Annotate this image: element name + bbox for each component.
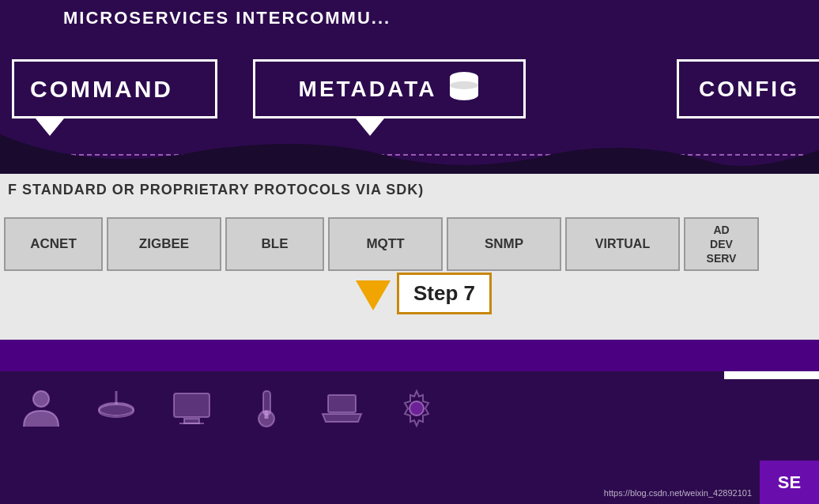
protocol-label: F STANDARD OR PROPRIETARY PROTOCOLS VIA …	[8, 182, 424, 198]
wave-shape	[0, 134, 819, 174]
icon-food	[91, 383, 142, 434]
desktop-icon	[170, 387, 213, 431]
config-container: CONFIG	[677, 59, 819, 118]
command-container: COMMAND	[12, 59, 217, 136]
svg-point-2	[450, 89, 478, 100]
database-icon	[448, 71, 480, 107]
svg-rect-8	[174, 393, 209, 417]
step7-box: Step 7	[397, 273, 492, 314]
icon-laptop	[316, 383, 368, 434]
protocol-add-dev: AD DEV SERV	[684, 217, 759, 271]
protocol-ble: BLE	[225, 217, 324, 271]
icon-desktop	[166, 383, 217, 434]
config-label: CONFIG	[699, 77, 799, 102]
icon-thermometer	[241, 383, 292, 434]
metadata-label: METADATA	[299, 77, 437, 102]
step7-arrow-container	[356, 276, 391, 310]
svg-point-6	[99, 403, 134, 416]
command-label: COMMAND	[30, 76, 173, 103]
bottom-section: SE https://blog.csdn.net/weixin_42892101	[0, 371, 819, 504]
protocol-row: ACNET ZIGBEE BLE MQTT SNMP VIRTUAL AD DE…	[4, 217, 759, 271]
metadata-arrow	[356, 118, 384, 136]
url-bar: https://blog.csdn.net/weixin_42892101	[604, 488, 752, 498]
top-section: MICROSERVICES INTERCOMMU... COMMAND META…	[0, 0, 819, 174]
icon-person	[16, 383, 67, 434]
protocol-acnet: ACNET	[4, 217, 103, 271]
protocol-snmp: SNMP	[447, 217, 561, 271]
svg-point-15	[410, 401, 424, 416]
thermometer-icon	[245, 387, 289, 431]
command-arrow	[36, 118, 64, 136]
svg-point-4	[33, 391, 49, 407]
metadata-container: METADATA	[253, 59, 526, 136]
step7-arrow-down	[356, 280, 391, 310]
protocol-virtual: VIRTUAL	[565, 217, 680, 271]
white-bar	[724, 371, 819, 379]
microservices-title: MICROSERVICES INTERCOMMU...	[63, 8, 391, 28]
svg-point-3	[450, 81, 478, 89]
laptop-icon	[320, 387, 364, 431]
step7-annotation: Step 7	[356, 276, 492, 314]
protocol-mqtt: MQTT	[328, 217, 443, 271]
icon-gear-large	[391, 383, 443, 434]
svg-rect-14	[328, 395, 356, 412]
protocol-zigbee: ZIGBEE	[107, 217, 221, 271]
se-badge: SE	[760, 461, 819, 504]
gear-icon	[395, 387, 439, 431]
person-icon	[20, 387, 63, 431]
purple-strip	[0, 340, 819, 373]
icons-row	[16, 383, 443, 434]
food-icon	[95, 387, 138, 431]
